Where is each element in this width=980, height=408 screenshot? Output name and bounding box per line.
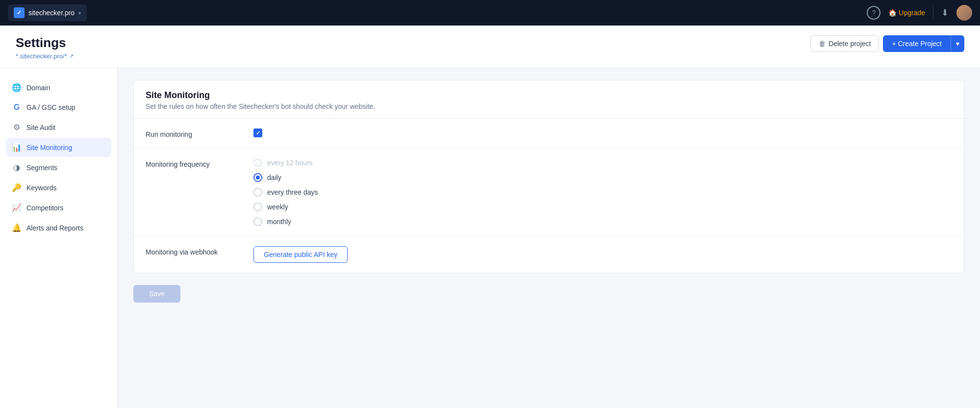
avatar-image [956, 5, 972, 21]
subtitle-text: *.sitechecker.pro/* [16, 52, 67, 60]
site-selector[interactable]: ✓ sitechecker.pro ▾ [8, 4, 87, 21]
topnav-right: ? 🏠 Upgrade ⬇ [867, 5, 972, 21]
help-button[interactable]: ? [867, 6, 880, 20]
page-title: Settings [16, 35, 74, 51]
sidebar-item-segments[interactable]: ◑ Segments [6, 158, 111, 177]
radio-weekly-label: weekly [267, 203, 288, 211]
site-monitoring-card: Site Monitoring Set the rules on how oft… [133, 80, 964, 273]
logo-icon: ✓ [14, 7, 25, 18]
radio-three-days[interactable] [253, 188, 262, 197]
run-monitoring-row: Run monitoring ✓ [134, 119, 964, 149]
monitoring-frequency-control: every 12 hours daily every three days [253, 158, 318, 226]
main-content: Site Monitoring Set the rules on how oft… [118, 68, 980, 408]
radio-daily[interactable] [253, 173, 262, 182]
frequency-daily[interactable]: daily [253, 173, 318, 182]
sidebar-item-label: GA / GSC setup [26, 103, 75, 111]
sidebar-item-label: Competitors [26, 204, 63, 212]
segments-icon: ◑ [12, 163, 22, 172]
user-avatar[interactable] [956, 5, 972, 21]
frequency-radio-group: every 12 hours daily every three days [253, 158, 318, 226]
radio-monthly-label: monthly [267, 218, 291, 226]
upgrade-button[interactable]: 🏠 Upgrade [888, 9, 925, 17]
main-layout: 🌐 Domain G GA / GSC setup ⚙ Site Audit 📊… [0, 68, 980, 408]
card-body: Run monitoring ✓ Monitoring frequency [134, 119, 964, 273]
save-section: Save [133, 273, 964, 303]
radio-weekly[interactable] [253, 203, 262, 211]
monitoring-webhook-row: Monitoring via webhook Generate public A… [134, 236, 964, 273]
create-project-dropdown-button[interactable]: ▾ [951, 35, 964, 52]
radio-daily-label: daily [267, 174, 281, 181]
create-chevron-icon: ▾ [956, 40, 959, 48]
generate-api-key-button[interactable]: Generate public API key [253, 246, 348, 263]
domain-icon: 🌐 [12, 83, 22, 92]
sidebar-item-competitors[interactable]: 📈 Competitors [6, 198, 111, 217]
external-link-icon: ↗ [69, 53, 74, 59]
sidebar-item-label: Alerts and Reports [26, 224, 83, 232]
sidebar-item-ga-gsc[interactable]: G GA / GSC setup [6, 98, 111, 117]
top-navigation: ✓ sitechecker.pro ▾ ? 🏠 Upgrade ⬇ [0, 0, 980, 26]
frequency-weekly[interactable]: weekly [253, 203, 318, 211]
frequency-12hours[interactable]: every 12 hours [253, 158, 318, 167]
checkmark-icon: ✓ [256, 130, 260, 136]
create-button-label: + Create Project [892, 40, 942, 48]
upgrade-label: Upgrade [899, 9, 925, 17]
header-left: Settings *.sitechecker.pro/* ↗ [16, 35, 74, 60]
radio-12hours-label: every 12 hours [267, 159, 313, 167]
page-header: Settings *.sitechecker.pro/* ↗ 🗑 Delete … [0, 26, 980, 68]
sidebar-item-label: Keywords [26, 184, 56, 192]
run-monitoring-label: Run monitoring [146, 128, 253, 138]
header-actions: 🗑 Delete project + Create Project ▾ [810, 35, 964, 52]
delete-icon: 🗑 [819, 40, 826, 48]
card-header: Site Monitoring Set the rules on how oft… [134, 80, 964, 119]
upgrade-icon: 🏠 [888, 9, 897, 17]
download-icon: ⬇ [941, 8, 949, 18]
page-subtitle: *.sitechecker.pro/* ↗ [16, 52, 74, 60]
keywords-icon: 🔑 [12, 183, 22, 192]
sidebar-item-site-monitoring[interactable]: 📊 Site Monitoring [6, 138, 111, 157]
card-subtitle: Set the rules on how often the Sitecheck… [146, 102, 952, 110]
topnav-left: ✓ sitechecker.pro ▾ [8, 4, 87, 21]
run-monitoring-checkbox[interactable]: ✓ [253, 128, 262, 137]
sidebar-item-alerts-reports[interactable]: 🔔 Alerts and Reports [6, 218, 111, 237]
sidebar-item-keywords[interactable]: 🔑 Keywords [6, 178, 111, 197]
monitoring-webhook-control: Generate public API key [253, 246, 348, 263]
radio-three-days-label: every three days [267, 188, 318, 196]
radio-12hours[interactable] [253, 158, 262, 167]
topnav-divider [933, 6, 933, 20]
create-project-button[interactable]: + Create Project [883, 35, 951, 52]
monitoring-frequency-label: Monitoring frequency [146, 158, 253, 168]
sidebar-item-label: Site Audit [26, 124, 55, 131]
sidebar-item-label: Site Monitoring [26, 144, 72, 152]
site-audit-icon: ⚙ [12, 123, 22, 132]
ga-gsc-icon: G [12, 103, 22, 112]
card-title: Site Monitoring [146, 90, 952, 101]
download-button[interactable]: ⬇ [941, 7, 949, 18]
sidebar: 🌐 Domain G GA / GSC setup ⚙ Site Audit 📊… [0, 68, 118, 408]
sidebar-item-site-audit[interactable]: ⚙ Site Audit [6, 118, 111, 137]
site-selector-chevron: ▾ [78, 10, 81, 16]
save-button[interactable]: Save [133, 285, 180, 303]
sidebar-item-label: Segments [26, 164, 57, 172]
sidebar-item-domain[interactable]: 🌐 Domain [6, 78, 111, 97]
site-monitoring-icon: 📊 [12, 143, 22, 152]
create-project-group: + Create Project ▾ [883, 35, 964, 52]
sidebar-item-label: Domain [26, 84, 50, 92]
site-name: sitechecker.pro [28, 9, 75, 17]
delete-project-button[interactable]: 🗑 Delete project [810, 35, 879, 52]
monitoring-frequency-row: Monitoring frequency every 12 hours dail… [134, 149, 964, 236]
frequency-three-days[interactable]: every three days [253, 188, 318, 197]
frequency-monthly[interactable]: monthly [253, 217, 318, 226]
run-monitoring-control: ✓ [253, 128, 262, 137]
alerts-reports-icon: 🔔 [12, 223, 22, 232]
competitors-icon: 📈 [12, 203, 22, 212]
help-icon: ? [872, 9, 876, 17]
delete-button-label: Delete project [829, 40, 871, 48]
radio-monthly[interactable] [253, 217, 262, 226]
monitoring-webhook-label: Monitoring via webhook [146, 246, 253, 256]
